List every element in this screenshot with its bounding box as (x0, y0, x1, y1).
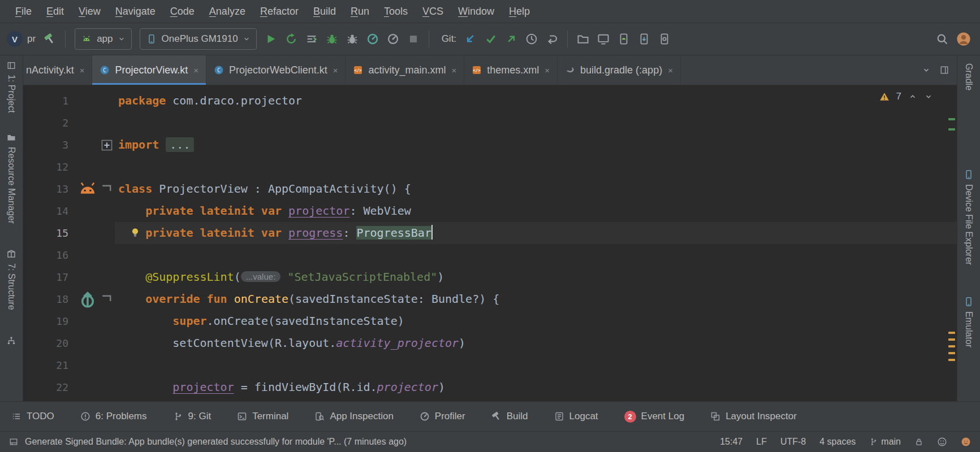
push-button[interactable] (505, 33, 517, 45)
user-avatar[interactable] (956, 32, 971, 46)
fold-marker[interactable] (99, 288, 115, 310)
structure-icon[interactable] (6, 336, 16, 346)
tool-window-button-terminal[interactable]: Terminal (237, 411, 288, 422)
code-editor[interactable]: 1package com.draco.projector23import ...… (23, 85, 957, 401)
code-line-17[interactable]: 17 @SuppressLint(...value: "SetJavaScrip… (23, 266, 957, 288)
apply-code-changes-button[interactable] (305, 33, 318, 45)
device-manager-button[interactable] (658, 33, 671, 45)
close-tab-icon[interactable]: × (80, 66, 85, 75)
tool-window-button-layout-inspector[interactable]: Layout Inspector (710, 411, 797, 422)
menu-item-refactor[interactable]: Refactor (253, 6, 306, 18)
profiler-button[interactable] (366, 33, 379, 45)
code-line-16[interactable]: 16 (23, 244, 957, 266)
hidden-tabs-chevron-icon[interactable] (922, 66, 931, 75)
toolwindow-toggle-icon[interactable] (9, 437, 18, 446)
line-separator-indicator[interactable]: LF (756, 437, 767, 447)
tool-stripe-emulator[interactable]: Emulator (964, 311, 974, 347)
prev-warning-icon[interactable] (908, 92, 917, 101)
close-tab-icon[interactable]: × (333, 66, 338, 75)
project-window-icon[interactable] (7, 61, 16, 70)
project-name[interactable]: pr (27, 33, 36, 45)
close-tab-icon[interactable]: × (668, 66, 673, 75)
code-line-19[interactable]: 19 super.onCreate(savedInstanceState) (23, 310, 957, 332)
tool-window-button-build[interactable]: Build (491, 411, 528, 422)
tool-stripe-resource-manager[interactable]: Resource Manager (6, 147, 16, 224)
code-line-18[interactable]: 18 override fun onCreate(savedInstanceSt… (23, 288, 957, 310)
code-line-22[interactable]: 22 projector = findViewById(R.id.project… (23, 376, 957, 398)
inspections-widget[interactable]: 7 (879, 91, 933, 102)
menu-item-build[interactable]: Build (306, 6, 343, 18)
tool-stripe-gradle[interactable]: Gradle (964, 63, 974, 90)
menu-item-view[interactable]: View (71, 6, 108, 18)
code-line-21[interactable]: 21 (23, 354, 957, 376)
tab-nactivity-kt[interactable]: nActivity.kt× (23, 55, 92, 85)
indent-indicator[interactable]: 4 spaces (819, 437, 856, 447)
device-file-explorer-icon[interactable] (964, 169, 974, 180)
code-line-13[interactable]: 13class ProjectorView : AppCompatActivit… (23, 178, 957, 200)
fold-marker[interactable] (99, 178, 115, 200)
run-button[interactable] (265, 33, 277, 45)
close-tab-icon[interactable]: × (545, 66, 550, 75)
fold-marker[interactable] (99, 134, 115, 156)
commit-button[interactable] (485, 33, 497, 45)
update-project-button[interactable] (464, 33, 477, 45)
menu-item-navigate[interactable]: Navigate (108, 6, 163, 18)
code-line-12[interactable]: 12 (23, 156, 957, 178)
tab-projectorwebclient-kt[interactable]: CProjectorWebClient.kt× (206, 55, 346, 85)
attach-debugger-button[interactable] (346, 33, 359, 45)
code-line-1[interactable]: 1package com.draco.projector (23, 90, 957, 112)
tool-window-button-app-inspection[interactable]: App Inspection (314, 411, 393, 422)
code-line-15[interactable]: 15 private lateinit var progress: Progre… (23, 222, 957, 244)
tool-window-button-profiler[interactable]: Profiler (420, 411, 465, 422)
rollback-button[interactable] (546, 33, 558, 45)
build-hammer-icon[interactable] (44, 33, 56, 45)
tab-themes-xml[interactable]: </>themes.xml× (464, 55, 558, 85)
emulator-icon[interactable] (964, 297, 974, 307)
lock-icon[interactable] (914, 437, 923, 446)
code-line-20[interactable]: 20 setContentView(R.layout.activity_proj… (23, 332, 957, 354)
override-gutter-icon[interactable] (76, 288, 99, 310)
device-monitor-button[interactable] (597, 33, 610, 45)
code-line-2[interactable]: 2 (23, 112, 957, 134)
tab-projectorview-kt[interactable]: CProjectorView.kt× (92, 55, 206, 85)
tool-stripe-device-file-explorer[interactable]: Device File Explorer (964, 184, 974, 265)
code-line-14[interactable]: 14 private lateinit var projector: WebVi… (23, 200, 957, 222)
profile-app-button[interactable] (387, 33, 399, 45)
close-tab-icon[interactable]: × (451, 66, 456, 75)
folder-icon[interactable] (6, 132, 16, 142)
menu-item-edit[interactable]: Edit (39, 6, 71, 18)
search-everywhere-button[interactable] (936, 33, 948, 45)
tool-stripe-project[interactable]: 1: Project (6, 75, 16, 113)
project-logo[interactable]: V (7, 31, 23, 47)
tool-window-button-6-problems[interactable]: 6: Problems (80, 411, 147, 422)
module-selector[interactable]: app (75, 28, 131, 50)
close-tab-icon[interactable]: × (193, 66, 198, 75)
menu-item-window[interactable]: Window (451, 6, 502, 18)
editor-layout-icon[interactable] (940, 66, 949, 75)
menu-item-tools[interactable]: Tools (377, 6, 415, 18)
tool-window-button-event-log[interactable]: 2Event Log (624, 411, 685, 423)
menu-item-file[interactable]: File (8, 6, 39, 18)
next-warning-icon[interactable] (924, 92, 933, 101)
encoding-indicator[interactable]: UTF-8 (780, 437, 806, 447)
intention-bulb-icon[interactable] (129, 227, 141, 238)
history-button[interactable] (525, 33, 538, 45)
menu-item-run[interactable]: Run (343, 6, 377, 18)
status-message[interactable]: Generate Signed Bundle: App bundle(s) ge… (25, 437, 407, 447)
error-stripe[interactable] (948, 85, 957, 401)
menu-item-help[interactable]: Help (502, 6, 537, 18)
tool-stripe-structure[interactable]: 7: Structure (6, 263, 16, 310)
sdk-manager-button[interactable] (638, 33, 650, 45)
project-structure-button[interactable] (577, 33, 589, 45)
feedback-smiley-icon[interactable] (937, 437, 947, 447)
tool-window-button-9-git[interactable]: 9: Git (173, 411, 211, 422)
package-icon[interactable] (6, 249, 16, 259)
android-class-gutter-icon[interactable] (76, 178, 99, 200)
menu-item-analyze[interactable]: Analyze (202, 6, 253, 18)
avd-manager-button[interactable] (618, 33, 630, 45)
tool-window-button-todo[interactable]: TODO (11, 411, 54, 422)
tool-window-button-logcat[interactable]: Logcat (554, 411, 598, 422)
stop-button[interactable] (407, 33, 420, 45)
git-branch-indicator[interactable]: main (869, 437, 901, 447)
tab-activity-main-xml[interactable]: </>activity_main.xml× (346, 55, 464, 85)
